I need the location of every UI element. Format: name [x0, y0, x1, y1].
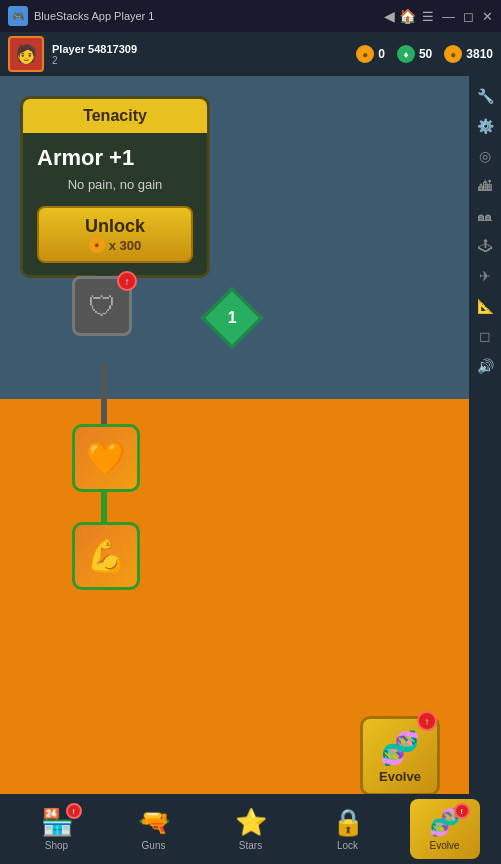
gold-currency: ● 0 [356, 45, 385, 63]
evolve-nav-badge: ! [454, 803, 470, 819]
sidebar-icon-4[interactable]: 🏙 [473, 174, 497, 198]
back-button[interactable]: ◀ [384, 8, 395, 24]
unlock-button[interactable]: Unlock ● x 300 [37, 206, 193, 263]
lock-icon: 🔒 [332, 807, 364, 838]
unlock-cost: ● x 300 [89, 237, 142, 253]
currency-group: ● 0 ♦ 50 ● 3810 [356, 45, 493, 63]
evolve-badge: ↑ [417, 711, 437, 731]
gold-icon: ● [356, 45, 374, 63]
cash-currency: ● 3810 [444, 45, 493, 63]
minus-icon[interactable]: — [442, 9, 455, 24]
sidebar-icon-3[interactable]: ◎ [473, 144, 497, 168]
app-icon: 🎮 [8, 6, 28, 26]
shield-badge: ↑ [117, 271, 137, 291]
nav-controls: ◀ 🏠 [384, 8, 416, 24]
sidebar-icon-2[interactable]: ⚙️ [473, 114, 497, 138]
sidebar-icon-5[interactable]: 🏘 [473, 204, 497, 228]
close-icon[interactable]: ✕ [482, 9, 493, 24]
diamond-badge: 1 [201, 287, 263, 349]
stars-icon: ⭐ [235, 807, 267, 838]
tooltip-header: Tenacity [23, 99, 207, 133]
right-sidebar: 🔧 ⚙️ ◎ 🏙 🏘 🕹 ✈ 📐 ◻ 🔊 [469, 76, 501, 794]
gem-value: 50 [419, 47, 432, 61]
player-info: Player 54817309 2 [52, 43, 137, 66]
sidebar-icon-6[interactable]: 🕹 [473, 234, 497, 258]
guns-icon: 🔫 [138, 807, 170, 838]
sidebar-icon-7[interactable]: ✈ [473, 264, 497, 288]
restore-icon[interactable]: ◻ [463, 9, 474, 24]
app-header: 🧑 Player 54817309 2 ● 0 ♦ 50 ● 3810 [0, 32, 501, 76]
sidebar-icon-9[interactable]: ◻ [473, 324, 497, 348]
home-button[interactable]: 🏠 [399, 8, 416, 24]
cash-value: 3810 [466, 47, 493, 61]
sidebar-icon-10[interactable]: 🔊 [473, 354, 497, 378]
skill-node-bottom[interactable]: 💪 [72, 522, 140, 590]
evolve-icon: 🧬 [380, 729, 420, 767]
player-name: Player 54817309 [52, 43, 137, 55]
menu-icon[interactable]: ☰ [422, 9, 434, 24]
unlock-label: Unlock [85, 216, 145, 237]
nav-evolve[interactable]: ! 🧬 Evolve [410, 799, 480, 859]
diamond-value: 1 [228, 309, 237, 327]
shop-badge: ! [66, 803, 82, 819]
skill-connector [101, 492, 107, 522]
top-connector [101, 364, 107, 424]
shield-box[interactable]: 🛡 ↑ [72, 276, 132, 336]
evolve-area: ↑ 🧬 Evolve [360, 716, 440, 794]
tooltip-body: Armor +1 No pain, no gain Unlock ● x 300 [23, 133, 207, 275]
lock-label: Lock [337, 840, 358, 851]
sidebar-icon-1[interactable]: 🔧 [473, 84, 497, 108]
sidebar-icon-8[interactable]: 📐 [473, 294, 497, 318]
cash-icon: ● [444, 45, 462, 63]
app-title: BlueStacks App Player 1 [34, 10, 378, 22]
title-bar: 🎮 BlueStacks App Player 1 ◀ 🏠 ☰ — ◻ ✕ [0, 0, 501, 32]
evolve-label: Evolve [379, 769, 421, 784]
player-level: 2 [52, 55, 137, 66]
nav-guns[interactable]: 🔫 Guns [119, 799, 189, 859]
avatar: 🧑 [8, 36, 44, 72]
stars-label: Stars [239, 840, 262, 851]
evolve-button[interactable]: ↑ 🧬 Evolve [360, 716, 440, 794]
titlebar-actions: ☰ — ◻ ✕ [422, 9, 493, 24]
tooltip-description: No pain, no gain [37, 177, 193, 192]
skill-node-top[interactable]: 🧡 [72, 424, 140, 492]
shield-node[interactable]: 🛡 ↑ [72, 276, 132, 336]
bottom-nav: ! 🏪 Shop 🔫 Guns ⭐ Stars 🔒 Lock ! 🧬 Evolv… [0, 794, 501, 864]
guns-label: Guns [142, 840, 166, 851]
tooltip-title: Armor +1 [37, 145, 193, 171]
shop-label: Shop [45, 840, 68, 851]
nav-shop[interactable]: ! 🏪 Shop [22, 799, 92, 859]
gem-currency: ♦ 50 [397, 45, 432, 63]
tooltip-card: Tenacity Armor +1 No pain, no gain Unloc… [20, 96, 210, 278]
nav-lock[interactable]: 🔒 Lock [313, 799, 383, 859]
nav-stars[interactable]: ⭐ Stars [216, 799, 286, 859]
gem-icon: ♦ [397, 45, 415, 63]
game-area: Tenacity Armor +1 No pain, no gain Unloc… [0, 76, 469, 794]
gold-value: 0 [378, 47, 385, 61]
unlock-cost-text: x 300 [109, 238, 142, 253]
evolve-nav-label: Evolve [429, 840, 459, 851]
cost-coin-icon: ● [89, 237, 105, 253]
